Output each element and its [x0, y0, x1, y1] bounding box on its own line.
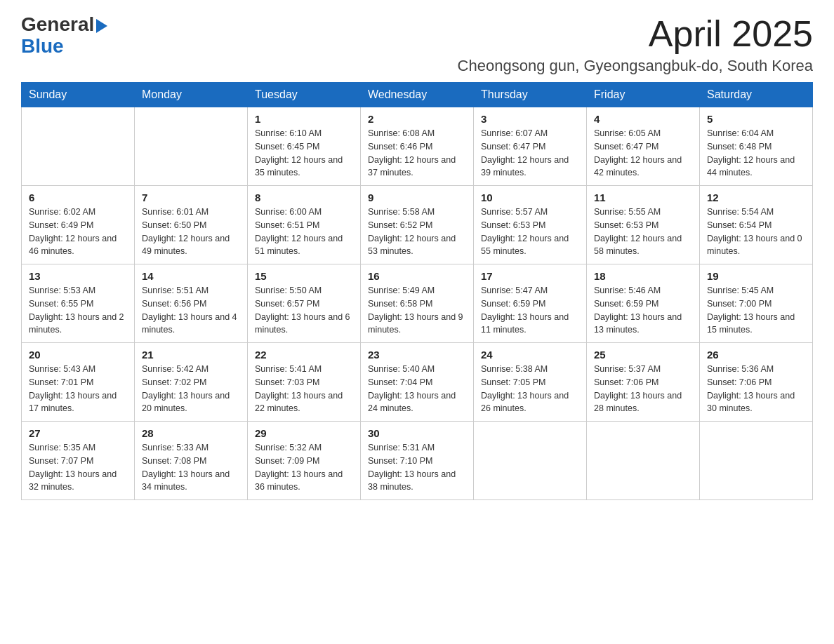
day-number: 12 — [707, 192, 805, 203]
logo-general: General — [21, 14, 107, 36]
cell-sunrise: Sunrise: 5:46 AMSunset: 6:59 PMDaylight:… — [594, 286, 682, 335]
day-number: 24 — [481, 349, 579, 361]
calendar-week-row: 6 Sunrise: 6:02 AMSunset: 6:49 PMDayligh… — [22, 186, 813, 264]
calendar-cell: 11 Sunrise: 5:55 AMSunset: 6:53 PMDaylig… — [587, 186, 700, 264]
calendar-cell — [587, 422, 700, 500]
cell-sunrise: Sunrise: 5:35 AMSunset: 7:07 PMDaylight:… — [29, 443, 117, 492]
cell-sunrise: Sunrise: 5:40 AMSunset: 7:04 PMDaylight:… — [368, 364, 456, 413]
day-number: 27 — [29, 427, 127, 439]
page-header: General Blue April 2025 Cheongsong gun, … — [21, 14, 813, 75]
day-number: 15 — [255, 270, 353, 282]
day-header-sunday: Sunday — [22, 83, 135, 107]
day-number: 30 — [368, 427, 466, 439]
cell-sunrise: Sunrise: 6:02 AMSunset: 6:49 PMDaylight:… — [29, 207, 117, 256]
calendar-week-row: 27 Sunrise: 5:35 AMSunset: 7:07 PMDaylig… — [22, 422, 813, 500]
day-header-friday: Friday — [587, 83, 700, 107]
calendar-cell: 18 Sunrise: 5:46 AMSunset: 6:59 PMDaylig… — [587, 264, 700, 343]
cell-sunrise: Sunrise: 6:05 AMSunset: 6:47 PMDaylight:… — [594, 128, 682, 177]
calendar-week-row: 13 Sunrise: 5:53 AMSunset: 6:55 PMDaylig… — [22, 264, 813, 343]
calendar-header-row: SundayMondayTuesdayWednesdayThursdayFrid… — [22, 83, 813, 107]
calendar-week-row: 20 Sunrise: 5:43 AMSunset: 7:01 PMDaylig… — [22, 343, 813, 422]
calendar-cell: 17 Sunrise: 5:47 AMSunset: 6:59 PMDaylig… — [474, 264, 587, 343]
day-number: 7 — [142, 192, 240, 203]
calendar-cell: 28 Sunrise: 5:33 AMSunset: 7:08 PMDaylig… — [135, 422, 248, 500]
day-number: 6 — [29, 192, 127, 203]
calendar-cell: 23 Sunrise: 5:40 AMSunset: 7:04 PMDaylig… — [361, 343, 474, 422]
cell-sunrise: Sunrise: 6:04 AMSunset: 6:48 PMDaylight:… — [707, 128, 795, 177]
day-number: 1 — [255, 113, 353, 125]
calendar-cell: 24 Sunrise: 5:38 AMSunset: 7:05 PMDaylig… — [474, 343, 587, 422]
calendar-cell: 19 Sunrise: 5:45 AMSunset: 7:00 PMDaylig… — [700, 264, 813, 343]
day-header-monday: Monday — [135, 83, 248, 107]
day-header-saturday: Saturday — [700, 83, 813, 107]
svg-marker-0 — [96, 19, 107, 33]
day-header-tuesday: Tuesday — [248, 83, 361, 107]
calendar-cell: 3 Sunrise: 6:07 AMSunset: 6:47 PMDayligh… — [474, 107, 587, 186]
calendar-cell: 1 Sunrise: 6:10 AMSunset: 6:45 PMDayligh… — [248, 107, 361, 186]
month-year-title: April 2025 — [458, 14, 813, 54]
day-number: 26 — [707, 349, 805, 361]
cell-sunrise: Sunrise: 5:32 AMSunset: 7:09 PMDaylight:… — [255, 443, 343, 492]
day-number: 18 — [594, 270, 692, 282]
day-number: 4 — [594, 113, 692, 125]
day-number: 11 — [594, 192, 692, 203]
cell-sunrise: Sunrise: 5:57 AMSunset: 6:53 PMDaylight:… — [481, 207, 569, 256]
logo: General Blue — [21, 14, 107, 58]
day-header-wednesday: Wednesday — [361, 83, 474, 107]
calendar-cell: 26 Sunrise: 5:36 AMSunset: 7:06 PMDaylig… — [700, 343, 813, 422]
calendar-week-row: 1 Sunrise: 6:10 AMSunset: 6:45 PMDayligh… — [22, 107, 813, 186]
calendar-cell: 21 Sunrise: 5:42 AMSunset: 7:02 PMDaylig… — [135, 343, 248, 422]
day-number: 20 — [29, 349, 127, 361]
day-number: 8 — [255, 192, 353, 203]
cell-sunrise: Sunrise: 5:51 AMSunset: 6:56 PMDaylight:… — [142, 286, 237, 335]
logo-arrow-icon — [96, 14, 107, 36]
calendar-cell: 27 Sunrise: 5:35 AMSunset: 7:07 PMDaylig… — [22, 422, 135, 500]
day-number: 16 — [368, 270, 466, 282]
cell-sunrise: Sunrise: 6:10 AMSunset: 6:45 PMDaylight:… — [255, 128, 343, 177]
day-number: 17 — [481, 270, 579, 282]
calendar-cell: 25 Sunrise: 5:37 AMSunset: 7:06 PMDaylig… — [587, 343, 700, 422]
calendar-cell: 8 Sunrise: 6:00 AMSunset: 6:51 PMDayligh… — [248, 186, 361, 264]
day-number: 22 — [255, 349, 353, 361]
location-subtitle: Cheongsong gun, Gyeongsangbuk-do, South … — [458, 57, 813, 75]
cell-sunrise: Sunrise: 5:53 AMSunset: 6:55 PMDaylight:… — [29, 286, 124, 335]
calendar-cell: 12 Sunrise: 5:54 AMSunset: 6:54 PMDaylig… — [700, 186, 813, 264]
day-number: 3 — [481, 113, 579, 125]
cell-sunrise: Sunrise: 5:36 AMSunset: 7:06 PMDaylight:… — [707, 364, 795, 413]
calendar-cell: 10 Sunrise: 5:57 AMSunset: 6:53 PMDaylig… — [474, 186, 587, 264]
calendar-cell: 15 Sunrise: 5:50 AMSunset: 6:57 PMDaylig… — [248, 264, 361, 343]
calendar-cell: 9 Sunrise: 5:58 AMSunset: 6:52 PMDayligh… — [361, 186, 474, 264]
calendar-cell: 22 Sunrise: 5:41 AMSunset: 7:03 PMDaylig… — [248, 343, 361, 422]
title-section: April 2025 Cheongsong gun, Gyeongsangbuk… — [458, 14, 813, 75]
day-number: 10 — [481, 192, 579, 203]
calendar-cell: 20 Sunrise: 5:43 AMSunset: 7:01 PMDaylig… — [22, 343, 135, 422]
cell-sunrise: Sunrise: 5:41 AMSunset: 7:03 PMDaylight:… — [255, 364, 343, 413]
cell-sunrise: Sunrise: 5:33 AMSunset: 7:08 PMDaylight:… — [142, 443, 230, 492]
calendar-cell: 4 Sunrise: 6:05 AMSunset: 6:47 PMDayligh… — [587, 107, 700, 186]
cell-sunrise: Sunrise: 5:54 AMSunset: 6:54 PMDaylight:… — [707, 207, 802, 256]
calendar-cell: 7 Sunrise: 6:01 AMSunset: 6:50 PMDayligh… — [135, 186, 248, 264]
calendar-cell — [474, 422, 587, 500]
calendar-cell: 13 Sunrise: 5:53 AMSunset: 6:55 PMDaylig… — [22, 264, 135, 343]
day-number: 29 — [255, 427, 353, 439]
day-number: 21 — [142, 349, 240, 361]
cell-sunrise: Sunrise: 5:38 AMSunset: 7:05 PMDaylight:… — [481, 364, 569, 413]
cell-sunrise: Sunrise: 5:45 AMSunset: 7:00 PMDaylight:… — [707, 286, 795, 335]
cell-sunrise: Sunrise: 6:01 AMSunset: 6:50 PMDaylight:… — [142, 207, 230, 256]
cell-sunrise: Sunrise: 5:37 AMSunset: 7:06 PMDaylight:… — [594, 364, 682, 413]
cell-sunrise: Sunrise: 6:00 AMSunset: 6:51 PMDaylight:… — [255, 207, 343, 256]
day-number: 25 — [594, 349, 692, 361]
cell-sunrise: Sunrise: 6:07 AMSunset: 6:47 PMDaylight:… — [481, 128, 569, 177]
calendar-cell: 6 Sunrise: 6:02 AMSunset: 6:49 PMDayligh… — [22, 186, 135, 264]
calendar-cell: 30 Sunrise: 5:31 AMSunset: 7:10 PMDaylig… — [361, 422, 474, 500]
cell-sunrise: Sunrise: 5:58 AMSunset: 6:52 PMDaylight:… — [368, 207, 456, 256]
day-number: 19 — [707, 270, 805, 282]
day-number: 9 — [368, 192, 466, 203]
calendar-cell: 5 Sunrise: 6:04 AMSunset: 6:48 PMDayligh… — [700, 107, 813, 186]
calendar-cell — [700, 422, 813, 500]
cell-sunrise: Sunrise: 5:50 AMSunset: 6:57 PMDaylight:… — [255, 286, 350, 335]
cell-sunrise: Sunrise: 5:42 AMSunset: 7:02 PMDaylight:… — [142, 364, 230, 413]
day-number: 23 — [368, 349, 466, 361]
calendar-cell — [22, 107, 135, 186]
cell-sunrise: Sunrise: 5:55 AMSunset: 6:53 PMDaylight:… — [594, 207, 682, 256]
